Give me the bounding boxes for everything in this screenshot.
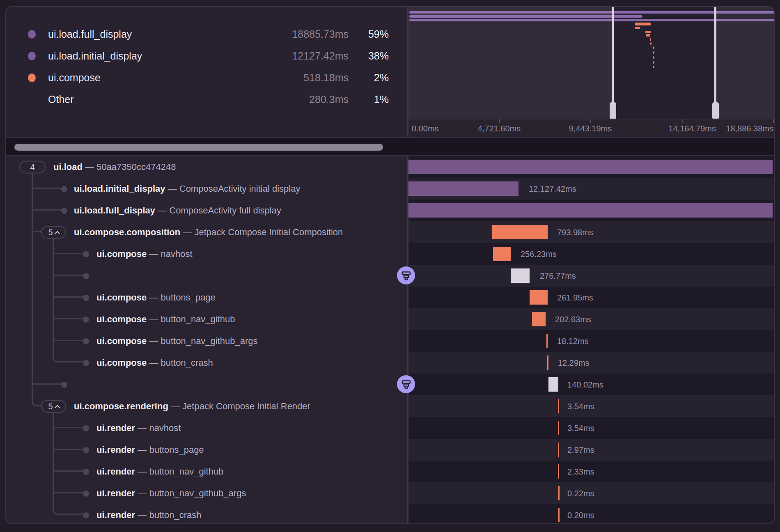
span-duration-bar[interactable]: [493, 247, 511, 261]
legend-duration: 518.18ms: [303, 71, 349, 83]
trace-waterfall-widget: ui.load.full_display 18885.73ms 59% ui.l…: [5, 6, 775, 524]
child-count-badge[interactable]: 4: [19, 161, 46, 173]
minimap-span-mark: [650, 38, 651, 41]
span-grid-row[interactable]: 140.02ms: [407, 374, 775, 395]
trace-minimap[interactable]: [407, 7, 775, 119]
span-tree-row[interactable]: 5ui.compose.rendering — Jetpack Compose …: [6, 395, 407, 417]
span-name: navhost: [161, 249, 193, 259]
minimap-span-mark: [653, 56, 654, 59]
axis-label: 9,443.19ms: [569, 124, 612, 133]
span-grid-row[interactable]: 0.20ms: [407, 504, 775, 524]
span-duration-bar[interactable]: [407, 203, 773, 218]
span-grid-row[interactable]: 2.33ms: [407, 461, 775, 482]
span-separator: —: [183, 227, 192, 237]
span-op: ui.load.full_display: [74, 205, 155, 216]
legend-percent: 2%: [374, 71, 389, 83]
span-name: navhost: [149, 423, 181, 433]
axis-label: 0.00ms: [412, 124, 439, 133]
legend-item: ui.compose 518.18ms 2%: [6, 66, 407, 88]
span-op: ui.render: [96, 466, 135, 477]
span-separator: —: [171, 401, 180, 411]
span-op: ui.load: [53, 162, 83, 172]
span-grid-row[interactable]: 3.54ms: [407, 417, 775, 439]
span-name: ComposeActivity full display: [169, 205, 281, 216]
span-duration-bar[interactable]: [407, 160, 773, 174]
tree-connector: [54, 470, 83, 472]
profile-icon[interactable]: [397, 266, 415, 284]
minimap-span-mark: [653, 66, 654, 68]
span-duration-bar[interactable]: [558, 464, 559, 479]
profile-icon[interactable]: [397, 375, 415, 393]
span-separator: —: [158, 205, 167, 216]
span-separator: —: [138, 445, 147, 455]
child-count-badge[interactable]: 5: [41, 400, 66, 413]
span-grid-row[interactable]: 276.77ms: [407, 265, 775, 287]
tree-connector-elbow: [53, 358, 84, 362]
child-count-badge[interactable]: 5: [41, 226, 66, 238]
flamegraph-glyph: [401, 270, 412, 281]
span-duration-bar[interactable]: [532, 312, 546, 326]
tree-scrollbar-track[interactable]: [6, 137, 775, 156]
child-count: 5: [48, 401, 53, 411]
time-axis: 0.00ms 4,721.60ms 9,443.19ms 14,164.79ms…: [407, 119, 775, 137]
minimap-dim-left: [408, 7, 613, 119]
span-description: ui.render — button_nav_github: [96, 466, 223, 477]
span-tree-row[interactable]: ui.compose — button_crash: [6, 352, 407, 374]
span-duration-bar[interactable]: [558, 421, 559, 435]
span-grid-row[interactable]: 12.29ms: [407, 352, 775, 374]
span-description: ui.compose — navhost: [96, 249, 193, 259]
panel-divider[interactable]: [407, 156, 408, 524]
span-duration-bar[interactable]: [547, 355, 548, 370]
span-grid-row[interactable]: 18.12ms: [407, 330, 775, 352]
span-bullet: [61, 382, 67, 388]
span-op: ui.render: [96, 423, 135, 433]
tree-scrollbar-thumb[interactable]: [14, 144, 383, 151]
span-duration-bar[interactable]: [492, 225, 548, 239]
span-tree-row[interactable]: ui.load.initial_display — ComposeActivit…: [6, 178, 407, 200]
minimap-dim-right: [715, 7, 775, 119]
legend-duration: 280.3ms: [309, 93, 349, 105]
span-grid-row[interactable]: 261.95ms: [407, 287, 775, 308]
span-duration-bar[interactable]: [546, 334, 548, 348]
tree-connector: [54, 296, 83, 298]
span-tree-row[interactable]: 5ui.compose.composition — Jetpack Compos…: [6, 221, 407, 243]
span-duration-label: 18.12ms: [557, 336, 589, 346]
span-color-dot: [28, 30, 36, 39]
span-name: button_nav_github: [149, 466, 223, 477]
span-name: button_nav_github: [161, 314, 235, 324]
span-tree-row[interactable]: [6, 374, 407, 395]
span-grid-row[interactable]: [407, 200, 775, 221]
span-grid-row[interactable]: 793.98ms: [407, 221, 775, 243]
span-duration-bar[interactable]: [511, 268, 530, 283]
minimap-span-mark: [653, 51, 654, 54]
span-duration-bar[interactable]: [558, 486, 560, 500]
span-grid-row[interactable]: 3.54ms: [407, 395, 775, 417]
span-duration-bar[interactable]: [548, 377, 558, 392]
span-grid-row[interactable]: 12,127.42ms: [407, 178, 775, 200]
tree-connector: [32, 173, 33, 400]
minimap-span-mark: [645, 31, 651, 33]
span-duration-bar[interactable]: [558, 508, 560, 522]
span-tree-row[interactable]: 4ui.load — 50aa7350cc474248: [6, 156, 407, 178]
minimap-handle-grip-right[interactable]: [712, 102, 719, 119]
tree-connector: [54, 275, 83, 276]
span-separator: —: [149, 249, 158, 259]
span-grid-row[interactable]: 202.63ms: [407, 308, 775, 330]
tree-connector: [33, 383, 62, 385]
span-name: button_crash: [161, 358, 213, 368]
span-grid-row[interactable]: 2.97ms: [407, 439, 775, 461]
span-duration-bar[interactable]: [558, 399, 559, 413]
span-duration-label: 202.63ms: [555, 314, 591, 324]
span-separator: —: [85, 162, 94, 172]
span-grid-row[interactable]: 256.23ms: [407, 243, 775, 265]
span-name: button_crash: [149, 510, 201, 520]
span-grid-row[interactable]: 0.22ms: [407, 482, 775, 504]
span-grid-row[interactable]: [407, 156, 775, 178]
span-duration-bar[interactable]: [530, 290, 548, 305]
minimap-handle-grip-left[interactable]: [610, 102, 616, 119]
legend-duration: 18885.73ms: [292, 28, 349, 40]
span-tree-row[interactable]: ui.load.full_display — ComposeActivity f…: [6, 200, 407, 221]
span-duration-bar[interactable]: [558, 443, 559, 457]
tree-connector: [54, 427, 83, 428]
span-duration-bar[interactable]: [407, 181, 518, 196]
